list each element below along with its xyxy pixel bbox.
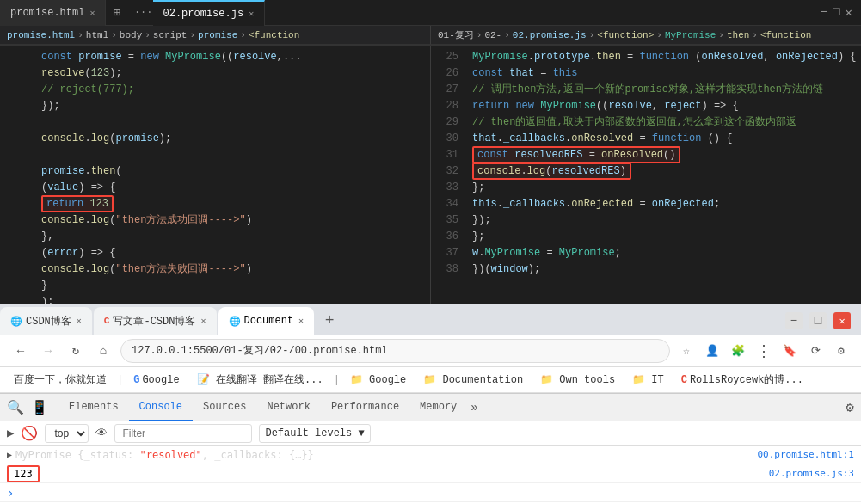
code-line-highlighted: const resolvedRES = onResolved() [472, 147, 854, 163]
csdn-tab-icon: 🌐 [10, 316, 22, 327]
browser-maximize-button[interactable]: □ [809, 312, 827, 329]
browser-minimize-button[interactable]: − [785, 312, 803, 329]
url-text: 127.0.0.1:5500/01-复习/02-/00.promise.html [132, 343, 659, 358]
bookmarks-bar: 百度一下，你就知道 | G Google 📝 在线翻译_翻译在线... | 📁 … [0, 367, 861, 393]
back-button[interactable]: ← [10, 341, 31, 361]
editor-tab-promise-html[interactable]: promise.html ✕ [0, 0, 106, 26]
tab-add-button[interactable]: + [316, 307, 343, 335]
devtools-tab-more[interactable]: » [470, 401, 477, 415]
code-line: }; [472, 229, 854, 245]
code-line [41, 147, 423, 163]
browser-tab-document[interactable]: 🌐 Document ✕ [218, 307, 315, 335]
url-bar[interactable]: 127.0.0.1:5500/01-复习/02-/00.promise.html [120, 339, 670, 363]
console-link-1[interactable]: 00.promise.html:1 [757, 449, 854, 460]
right-line-numbers: 25 26 27 28 29 30 31 32 33 34 35 36 37 3… [431, 46, 465, 304]
default-levels-dropdown[interactable]: Default levels ▼ [259, 424, 370, 443]
csdn-tab-close[interactable]: ✕ [77, 316, 82, 326]
console-link-2[interactable]: 02.promise.js:3 [769, 468, 854, 479]
code-line [41, 114, 423, 131]
close-button[interactable]: ✕ [846, 5, 852, 20]
write-tab-icon: C [104, 316, 110, 326]
settings-icon[interactable]: ⚙ [832, 341, 851, 360]
eye-icon[interactable]: 👁 [95, 427, 108, 440]
devtools: 🔍 📱 Elements Console Sources Network Per… [0, 393, 861, 504]
sync-icon[interactable]: ⟳ [806, 341, 825, 360]
browser-tab-csdn[interactable]: 🌐 CSDN博客 ✕ [0, 307, 92, 335]
minimize-button[interactable]: − [821, 5, 827, 20]
write-tab-close[interactable]: ✕ [200, 316, 206, 326]
code-line: ); [41, 294, 423, 304]
code-line: console.log("then方法成功回调---->") [41, 212, 423, 229]
editor-section: promise.html ✕ ⊞ ··· 02.promise.js ✕ − □… [0, 0, 861, 304]
bookmark-own-tools[interactable]: 📁 Own tools [533, 372, 622, 388]
bookmark-icon[interactable]: 🔖 [780, 341, 799, 360]
tab-elements[interactable]: Elements [58, 394, 129, 421]
bookmark-rolls[interactable]: C RollsRoycewk的博... [674, 371, 810, 389]
tab-performance[interactable]: Performance [321, 394, 409, 421]
code-line: } [41, 278, 423, 294]
console-toolbar: ▶ 🚫 top 👁 Default levels ▼ [0, 421, 861, 446]
code-line: console.log("then方法失败回调---->") [41, 261, 423, 278]
document-tab-label: Document [244, 315, 294, 327]
code-line: }); [472, 212, 854, 229]
bookmark-google[interactable]: 📁 Google [343, 372, 413, 388]
code-line: console.log(promise); [41, 131, 423, 147]
code-line: // reject(777); [41, 82, 423, 98]
tab-close-icon[interactable]: ✕ [89, 8, 95, 18]
tab-more-icon[interactable]: ··· [134, 7, 153, 19]
bookmark-translate[interactable]: 📝 在线翻译_翻译在线... [190, 371, 330, 389]
editor-area: const promise = new MyPromise((resolve,.… [0, 46, 861, 304]
profile-icon[interactable]: 👤 [703, 341, 722, 360]
expand-icon-1[interactable]: ▶ [7, 450, 12, 459]
forward-button[interactable]: → [38, 341, 58, 361]
maximize-button[interactable]: □ [833, 5, 839, 20]
browser-close-button[interactable]: ✕ [833, 312, 851, 329]
tab-console[interactable]: Console [129, 394, 193, 421]
tab-close-icon-right[interactable]: ✕ [249, 9, 254, 19]
code-line: resolve(123); [41, 65, 423, 82]
console-row-2: 123 02.promise.js:3 [0, 464, 861, 483]
console-row-1: ▶ MyPromise {_status: "resolved", _callb… [0, 446, 861, 464]
bookmark-documentation[interactable]: 📁 Documentation [416, 372, 530, 388]
console-clear-icon[interactable]: 🚫 [21, 425, 38, 442]
devtools-gear-icon[interactable]: ⚙ [846, 399, 854, 416]
star-icon[interactable]: ☆ [677, 341, 696, 360]
devtools-inspect-icon[interactable]: 🔍 [7, 399, 24, 416]
browser-tab-write-csdn[interactable]: C 写文章-CSDN博客 ✕ [94, 307, 217, 335]
editor-tab-02-promise-js[interactable]: 02.promise.js ✕ [153, 0, 266, 26]
devtools-tab-bar: 🔍 📱 Elements Console Sources Network Per… [0, 394, 861, 421]
code-line: }, [41, 229, 423, 245]
browser-menu-icon[interactable]: ⋮ [754, 341, 773, 360]
right-editor-pane: 25 26 27 28 29 30 31 32 33 34 35 36 37 3… [431, 46, 861, 304]
bookmark-baidu[interactable]: 百度一下，你就知道 [7, 371, 114, 389]
editor-tab-bar: promise.html ✕ ⊞ ··· 02.promise.js ✕ − □… [0, 0, 861, 26]
code-line: w.MyPromise = MyPromise; [472, 245, 854, 261]
home-button[interactable]: ⌂ [93, 341, 114, 361]
code-line: // then的返回值,取决于内部函数的返回值,怎么拿到这个函数内部返 [472, 114, 854, 131]
code-line-highlighted: console.log(resolvedRES) [472, 163, 854, 180]
document-tab-close[interactable]: ✕ [298, 316, 304, 326]
console-prompt-row[interactable]: › [0, 483, 861, 502]
tab-network[interactable]: Network [256, 394, 320, 421]
extension-icon[interactable]: 🧩 [729, 341, 747, 360]
code-line: }; [472, 180, 854, 196]
right-breadcrumb: 01-复习 › 02- › 02.promise.js › <function>… [431, 26, 861, 45]
bookmark-google-g[interactable]: G Google [126, 372, 186, 388]
document-tab-icon: 🌐 [229, 316, 241, 327]
devtools-device-icon[interactable]: 📱 [31, 399, 48, 416]
refresh-button[interactable]: ↻ [65, 341, 86, 361]
write-tab-label: 写文章-CSDN博客 [113, 314, 195, 329]
code-line: this._callbacks.onRejected = onRejected; [472, 196, 854, 212]
console-text-1: MyPromise {_status: "resolved", _callbac… [15, 449, 757, 461]
code-line: (error) => { [41, 245, 423, 261]
tab-memory[interactable]: Memory [409, 394, 467, 421]
code-line: }); [41, 98, 423, 114]
context-selector[interactable]: top [45, 424, 89, 443]
tab-sources[interactable]: Sources [193, 394, 256, 421]
filter-input[interactable] [114, 424, 252, 443]
bookmark-sep2: | [334, 374, 340, 386]
bookmark-it[interactable]: 📁 IT [625, 372, 671, 388]
split-icon[interactable]: ⊞ [106, 5, 126, 20]
console-run-icon[interactable]: ▶ [7, 426, 14, 440]
tab-label: promise.html [10, 7, 84, 19]
